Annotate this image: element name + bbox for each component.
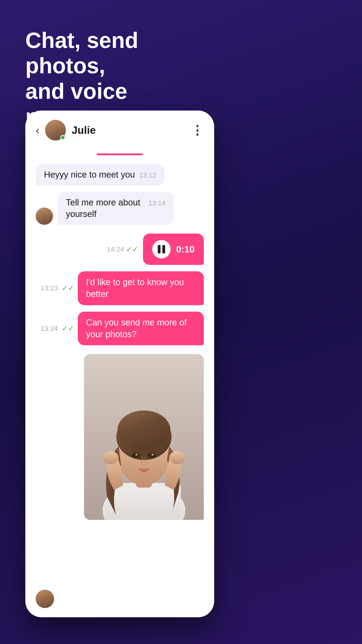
voice-time: 14:24 <box>107 245 124 253</box>
pause-icon <box>158 245 165 253</box>
message-sent-2: 13:24 ✓✓ Can you send me more of your ph… <box>36 312 204 346</box>
online-indicator <box>60 135 66 140</box>
svg-rect-2 <box>107 483 181 520</box>
message-received-2-row: Tell me more about yourself 13:14 <box>36 192 204 225</box>
pause-button[interactable] <box>152 240 171 258</box>
sender-avatar-small <box>36 208 53 225</box>
voice-bubble: 0:10 <box>143 234 204 265</box>
voice-ticks: ✓✓ <box>126 245 138 254</box>
sent-ticks-1: ✓✓ <box>62 284 74 292</box>
headline-line1: Chat, send photos, <box>25 28 138 78</box>
bubble-received-2: Tell me more about yourself 13:14 <box>58 192 174 225</box>
msg-time-2: 13:14 <box>148 199 166 207</box>
photo-svg <box>84 354 204 520</box>
bottom-avatar-row <box>36 590 54 608</box>
contact-name: Julie <box>72 124 191 136</box>
message-received-2: Tell me more about yourself 13:14 <box>58 192 203 225</box>
photo-figure <box>84 354 204 520</box>
message-sent-photo <box>36 354 204 520</box>
sent-text-2: Can you send me more of your photos? <box>86 318 187 339</box>
photo-bubble <box>84 354 204 520</box>
voice-time-ticks: 14:24 ✓✓ <box>107 245 138 254</box>
voice-duration: 0:10 <box>176 244 194 254</box>
sent-time-2: 13:24 <box>40 324 58 332</box>
msg-time-1: 13:12 <box>139 171 156 179</box>
bottom-small-avatar <box>36 590 54 608</box>
svg-point-11 <box>102 451 118 464</box>
svg-point-6 <box>118 410 170 450</box>
pause-bar-right <box>162 245 165 253</box>
sent-text-1: I'd like to get to know you better <box>86 277 184 299</box>
scroll-indicator <box>97 154 143 155</box>
chat-header: ‹ Julie ⋮ <box>25 110 214 146</box>
sent-bubble-2: Can you send me more of your photos? <box>78 312 204 346</box>
svg-point-9 <box>136 454 138 456</box>
message-sent-1: 13:23 ✓✓ I'd like to get to know you bet… <box>36 271 204 305</box>
sent-ticks-2: ✓✓ <box>62 324 74 333</box>
message-received-1: Heyyy nice to meet you 13:12 <box>36 164 204 186</box>
svg-point-10 <box>152 454 154 456</box>
more-options-button[interactable]: ⋮ <box>191 123 204 138</box>
svg-point-12 <box>169 451 186 464</box>
messages-area: Heyyy nice to meet you 13:12 Tell me mor… <box>25 146 214 527</box>
msg-text-1: Heyyy nice to meet you <box>44 169 135 180</box>
contact-avatar-container <box>45 120 66 140</box>
bubble-received-1: Heyyy nice to meet you 13:12 <box>36 164 165 186</box>
phone-mockup: ‹ Julie ⋮ Heyyy nice to meet you 13:12 T… <box>25 110 214 617</box>
msg-text-2: Tell me more about yourself <box>66 197 144 220</box>
sent-time-1: 13:23 <box>40 284 58 292</box>
back-button[interactable]: ‹ <box>36 124 40 136</box>
message-sent-voice: 14:24 ✓✓ 0:10 <box>36 234 204 265</box>
pause-bar-left <box>158 245 160 253</box>
sent-bubble-1: I'd like to get to know you better <box>78 271 204 305</box>
